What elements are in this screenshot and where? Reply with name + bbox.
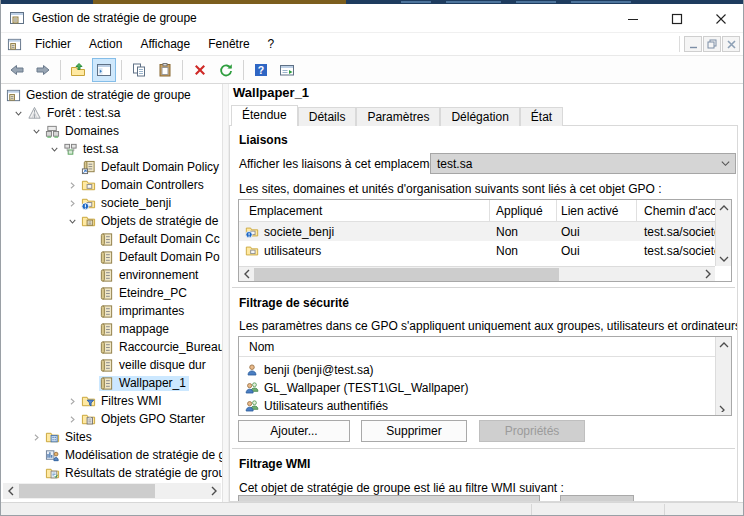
chevron-down-icon [720,158,731,169]
tab-d-l-gation[interactable]: Délégation [440,107,519,126]
tree-item-objets-de-strat-gie-de[interactable]: Objets de stratégie de [2,212,222,230]
column-lien-active[interactable]: Lien activé [561,204,618,218]
menu-fentre[interactable]: Fenêtre [199,34,258,54]
tree-item-societe-benji[interactable]: societe_benji [2,194,222,212]
console-tree-button[interactable] [92,58,116,82]
table-vertical-scrollbar[interactable] [715,200,731,266]
tree-horizontal-scrollbar[interactable] [3,483,221,499]
tree-item-wallpaper-1[interactable]: Wallpaper_1 [2,374,222,392]
tab--tat[interactable]: État [520,107,563,126]
member-row[interactable]: GL_Wallpaper (TEST1\GL_Wallpaper) [239,379,715,397]
tree-item-domain-controllers[interactable]: Domain Controllers [2,176,222,194]
tree-item-label: Gestion de stratégie de groupe [26,88,191,102]
tree-item-sites[interactable]: Sites [2,428,222,446]
tree-item-default-domain-cc[interactable]: Default Domain Cc [2,230,222,248]
tree-item-label: test.sa [83,142,118,156]
scroll-down-arrow[interactable] [716,400,732,415]
mdi-restore-button[interactable] [703,36,721,52]
chevron-right-icon[interactable] [64,411,81,427]
minimize-button[interactable] [611,4,655,33]
tree-item-mod-lisation-de-strat-gie-de-g[interactable]: Modélisation de stratégie de g [2,446,222,464]
menu-action[interactable]: Action [80,34,131,54]
mdi-close-button[interactable] [722,36,740,52]
proprietes-button: Propriétés [479,420,585,442]
column-nom[interactable]: Nom [249,340,274,354]
chevron-down-icon[interactable] [28,123,45,139]
tree-item-raccourcie-bureau[interactable]: Raccourcie_Bureau [2,338,222,356]
tree-item-veille-disque-dur[interactable]: veille disque dur [2,356,222,374]
liaison-row-utilisateurs[interactable]: utilisateursNonOuitest.sa/societe [239,241,715,260]
delete-button[interactable] [188,58,212,82]
scroll-up-arrow[interactable] [716,337,732,352]
chevron-right-icon[interactable] [28,429,45,445]
tree-item-environnement[interactable]: environnement [2,266,222,284]
copy-button[interactable] [127,58,151,82]
close-button[interactable] [699,4,743,33]
tab-strip: ÉtendueDétailsParamètresDélégationÉtat [231,105,563,126]
tree-item-for-t-test-sa[interactable]: Forêt : test.sa [2,104,222,122]
tree-item-default-domain-po[interactable]: Default Domain Po [2,248,222,266]
scroll-down-arrow[interactable] [716,251,732,266]
chevron-down-icon[interactable] [10,105,27,121]
scroll-left-arrow[interactable] [3,483,18,499]
tree-item-objets-gpo-starter[interactable]: Objets GPO Starter [2,410,222,428]
toolbar: ? [1,56,743,84]
supprimer-button[interactable]: Supprimer [361,420,467,442]
member-label: GL_Wallpaper (TEST1\GL_Wallpaper) [264,381,469,395]
export-list-button[interactable] [275,58,299,82]
ajouter-button[interactable]: Ajouter... [238,420,350,442]
tree-item-eteindre-pc[interactable]: Eteindre_PC [2,284,222,302]
tree-item-r-sultats-de-strat-gie-de-grou[interactable]: Résultats de stratégie de grou [2,464,222,482]
menu-affichage[interactable]: Affichage [131,34,199,54]
tree-item-test-sa[interactable]: test.sa [2,140,222,158]
tab--tendue[interactable]: Étendue [231,105,298,126]
table-horizontal-scrollbar[interactable] [239,266,715,281]
menu-help[interactable]: ? [259,34,284,54]
maximize-button[interactable] [655,4,699,33]
list-vertical-scrollbar[interactable] [715,337,731,415]
mdi-minimize-button[interactable] [684,36,702,52]
menu-fichier[interactable]: Fichier [26,34,80,54]
scrollbar-thumb[interactable] [19,484,155,498]
tree-item-gestion-de-strat-gie-de-groupe[interactable]: Gestion de stratégie de groupe [2,86,222,104]
tab-param-tres[interactable]: Paramètres [356,107,440,126]
location-dropdown[interactable]: test.sa [430,153,736,174]
member-row[interactable]: Utilisateurs authentifiés [239,397,715,415]
chevron-right-icon[interactable] [64,393,81,409]
forward-button[interactable] [31,58,55,82]
tree-item-label: Wallpaper_1 [119,376,186,390]
scroll-left-arrow[interactable] [239,266,254,282]
chevron-down-icon[interactable] [64,213,81,229]
back-button[interactable] [5,58,29,82]
tree-item-mappage[interactable]: mappage [2,320,222,338]
column-chemin[interactable]: Chemin d'accè [644,204,723,218]
wmi-filter-dropdown[interactable] [238,495,540,502]
scroll-right-arrow[interactable] [700,266,715,282]
scrollbar-thumb[interactable] [254,268,559,281]
scroll-up-arrow[interactable] [716,200,732,215]
chevron-down-icon[interactable] [46,141,63,157]
scroll-right-arrow[interactable] [206,483,221,499]
tree-item-default-domain-policy[interactable]: Default Domain Policy [2,158,222,176]
tree-item-imprimantes[interactable]: imprimantes [2,302,222,320]
chevron-right-icon[interactable] [64,177,81,193]
chevron-right-icon[interactable] [64,195,81,211]
paste-button[interactable] [153,58,177,82]
tree-item-label: Eteindre_PC [119,286,187,300]
help-button[interactable]: ? [249,58,273,82]
column-emplacement[interactable]: Emplacement [249,204,322,218]
tree-item-domaines[interactable]: Domaines [2,122,222,140]
tab-d-tails[interactable]: Détails [298,107,357,126]
tree-item-label: Default Domain Policy [101,160,219,174]
liaison-row-societe_benji[interactable]: societe_benjiNonOuitest.sa/societe [239,222,715,241]
wmi-open-button[interactable] [560,495,634,502]
member-row[interactable]: benji (benji@test.sa) [239,361,715,379]
menu-bar: FichierActionAffichageFenêtre? [1,33,743,56]
tree-item-filtres-wmi[interactable]: Filtres WMI [2,392,222,410]
up-folder-button[interactable] [66,58,90,82]
tree-item-label: Domaines [65,124,119,138]
ou-icon [81,178,96,193]
column-applique[interactable]: Appliqué [496,204,543,218]
gpo-icon [99,322,114,337]
refresh-button[interactable] [214,58,238,82]
